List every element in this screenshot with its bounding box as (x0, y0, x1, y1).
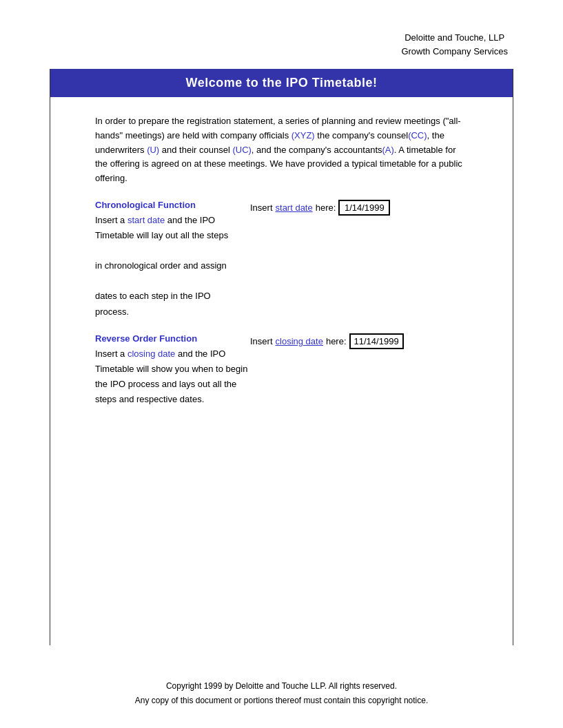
chron-label-before: Insert (250, 202, 273, 213)
company-line2: Growth Company Services (401, 45, 508, 59)
company-header: Deloitte and Touche, LLP Growth Company … (401, 31, 508, 58)
rev-date-link[interactable]: closing date (276, 336, 323, 346)
reverse-order-title[interactable]: Reverse Order Function (95, 333, 250, 344)
content-area: In order to prepare the registration sta… (50, 97, 513, 431)
company-line1: Deloitte and Touche, LLP (401, 31, 508, 45)
main-container: Welcome to the IPO Timetable! In order t… (50, 69, 513, 645)
chronological-right: Insert start date here: 1/14/1999 (250, 200, 390, 216)
rev-date-input[interactable]: 11/14/1999 (349, 333, 404, 349)
banner-title: Welcome to the IPO Timetable! (186, 76, 378, 90)
rev-closing-link[interactable]: closing date (127, 349, 175, 359)
footer-line2: Any copy of this document or portions th… (0, 694, 563, 707)
reverse-order-section: Reverse Order Function Insert a closing … (95, 333, 468, 407)
a-highlight: (A) (382, 145, 394, 155)
footer: Copyright 1999 by Deloitte and Touche LL… (0, 679, 563, 707)
xyz-highlight: (XYZ) (291, 130, 315, 141)
uc-highlight: (UC) (232, 145, 251, 155)
chron-date-input[interactable]: 1/14/1999 (338, 200, 390, 216)
chronological-row: Chronological Function Insert a start da… (95, 200, 468, 320)
u-highlight: (U) (147, 145, 159, 155)
reverse-order-right: Insert closing date here: 11/14/1999 (250, 333, 404, 349)
cc-highlight: (CC) (408, 130, 427, 141)
rev-label-before: Insert (250, 336, 273, 346)
chron-label-after: here: (316, 202, 336, 213)
chronological-description: Insert a start date and the IPO Timetabl… (95, 213, 250, 320)
chron-start-link[interactable]: start date (127, 215, 165, 225)
reverse-order-row: Reverse Order Function Insert a closing … (95, 333, 468, 407)
chronological-section: Chronological Function Insert a start da… (95, 200, 468, 320)
welcome-banner: Welcome to the IPO Timetable! (50, 69, 513, 97)
rev-label-after: here: (326, 336, 347, 346)
reverse-order-left: Reverse Order Function Insert a closing … (95, 333, 250, 407)
footer-line1: Copyright 1999 by Deloitte and Touche LL… (0, 679, 563, 693)
chronological-left: Chronological Function Insert a start da… (95, 200, 250, 320)
intro-text: In order to prepare the registration sta… (95, 114, 468, 186)
chronological-title[interactable]: Chronological Function (95, 200, 250, 210)
chron-date-link[interactable]: start date (276, 202, 313, 213)
reverse-order-description: Insert a closing date and the IPO Timeta… (95, 346, 250, 407)
